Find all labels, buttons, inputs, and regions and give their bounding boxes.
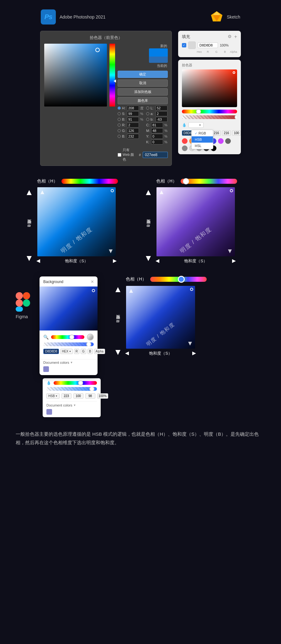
ps-b3-radio[interactable] [118,135,121,138]
sketch-gear-icon[interactable]: ⚙ [228,34,232,40]
ps-b-input[interactable] [127,117,139,122]
sketch-picker-hue-bar[interactable] [182,110,237,113]
sketch-hsl-option[interactable]: HSL [192,143,213,149]
figma-left-arrow-sat [125,351,130,356]
figma-hsb-mode-btn[interactable]: HSB ▼ [46,393,60,399]
sketch-swatch-8[interactable] [182,145,188,151]
ps-c-label: C: [146,123,150,127]
figma-document-colors: Document colors ▼ [40,359,98,375]
figma-hue-bar[interactable] [51,335,84,339]
sketch-hue-label-row: 色相（H） [156,178,237,184]
ps-hue-label: 色相（H） [37,178,58,184]
ps-b-unit: % [140,117,143,121]
sketch-b-input[interactable] [222,130,231,136]
figma-opacity-bar-wrap[interactable] [43,342,94,346]
figma-eyedropper-icon[interactable]: 🔍 [43,335,49,340]
ps-g-radio[interactable] [118,129,121,132]
ps-cancel-button[interactable]: 取消 [118,79,168,87]
ps-color-square[interactable]: 明度 / 饱和度 [37,187,116,256]
ps-hue-bar-wide [61,179,118,184]
sketch-color-square[interactable]: 明度 / 饱和度 [156,187,235,256]
sketch-hsb-option[interactable]: HSB [192,136,213,143]
ps-b-radio[interactable] [118,118,121,121]
figma-hsb-hue-bar[interactable] [54,381,97,385]
ps-k-label: K: [146,140,150,144]
figma-hsb-s-input[interactable] [73,393,83,399]
ps-h-input[interactable] [127,106,139,111]
ps-k-input[interactable] [151,139,163,145]
ps-s-radio[interactable] [118,112,121,115]
figma-r-col[interactable]: R [74,349,79,354]
ps-add-to-palette-button[interactable]: 添加到色板 [118,88,168,96]
ps-r-input[interactable] [127,123,139,128]
ps-l-input[interactable] [156,106,167,111]
ps-color-library-button[interactable]: 颜色库 [118,97,168,104]
ps-br-arrow [108,249,113,254]
sketch-add-icon[interactable]: + [234,34,237,40]
figma-color-square[interactable]: 明度 / 饱和度 [126,286,195,349]
sketch-color-preview[interactable] [188,41,196,49]
ps-b3-input[interactable] [127,134,139,139]
ps-l-radio[interactable] [146,106,149,110]
ps-current-color [149,57,168,63]
figma-diagram: 色相（H） 明度（B） 明度 / 饱和度 [113,276,207,356]
ps-c-input[interactable] [151,123,163,128]
ps-fields-area: H: 度 S: % B: [118,106,168,145]
sketch-diagram: 色相（H） 明度（B） 明度 / 饱和度 [144,178,257,264]
figma-hsb-b-input[interactable] [85,393,95,399]
figma-doc-swatch[interactable] [43,366,49,372]
figma-b-col[interactable]: B [87,349,93,354]
ps-b2-input[interactable] [156,117,167,122]
ps-g-input[interactable] [127,128,139,133]
sketch-alpha-input[interactable] [232,130,241,136]
sketch-opacity-bar[interactable] [182,115,237,119]
ps-b2-radio[interactable] [146,118,149,121]
figma-hsb-eyedropper[interactable]: 💧 [46,381,51,385]
figma-gradient-picker[interactable] [40,287,98,330]
sketch-mode-dropdown[interactable]: HSB ▼ [188,122,204,128]
figma-doc-text: Document colors [46,403,72,407]
sketch-swatch-6[interactable] [218,138,224,144]
sketch-swatch-7[interactable] [225,138,231,144]
ps-web-colors-checkbox-label[interactable]: 只有 Web 颜色 [118,148,137,162]
ps-up-arrow [26,189,32,196]
ps-s-input[interactable] [127,111,139,116]
figma-hsb-alpha-input[interactable] [97,393,108,399]
ps-a-radio[interactable] [146,112,149,115]
figma-logo-section: Figma [16,276,30,319]
ps-m-input[interactable] [151,128,163,133]
figma-alpha-col[interactable]: Alpha [94,349,105,354]
ps-y-input[interactable] [151,134,163,139]
figma-opacity-circle[interactable] [87,334,94,341]
ps-confirm-button[interactable]: 确定 [118,71,168,78]
sketch-g-input[interactable] [212,130,221,136]
figma-hsb-opacity-bar[interactable] [46,387,97,391]
sketch-picker-gradient[interactable] [182,69,237,107]
figma-g-col[interactable]: G [81,349,86,354]
ps-g-label: G: [122,129,126,133]
sketch-mode-row: 💧 HSB ▼ ✓ RGB HSB HSL [182,122,237,128]
figma-hex-display[interactable]: D8D8D8 [43,349,59,354]
sketch-swatch-1[interactable] [182,138,188,144]
ps-b-field-row: B: % [118,117,144,122]
ps-hex-input[interactable] [143,152,168,158]
ps-r-radio[interactable] [118,123,121,127]
sketch-rgb-option[interactable]: ✓ RGB [192,130,213,136]
ps-h-radio[interactable] [118,106,121,110]
ps-gradient-picker[interactable] [44,44,107,106]
ps-left-col: H: 度 S: % B: [118,106,144,145]
sketch-eyedropper-icon[interactable]: 💧 [182,123,187,127]
sketch-left-arrow-sat [155,259,160,264]
figma-mode-dropdown[interactable]: HEX ▼ [60,349,73,354]
ps-web-colors-checkbox[interactable] [118,153,121,157]
figma-doc-color-swatch[interactable] [46,409,52,415]
sketch-hex-input[interactable] [198,42,218,48]
sketch-checkbox[interactable]: ✓ [182,43,186,47]
ps-a-input[interactable] [156,111,167,116]
figma-hsb-h-input[interactable] [61,393,72,399]
svg-marker-23 [115,350,120,355]
figma-close-button[interactable]: × [91,279,94,285]
ps-hue-bar[interactable] [109,44,115,106]
ps-dialog-body: 新的 当前的 确定 取消 添加到色板 颜色库 H: [44,44,168,162]
figma-doc-colors-section: Document colors ▼ [46,401,97,415]
